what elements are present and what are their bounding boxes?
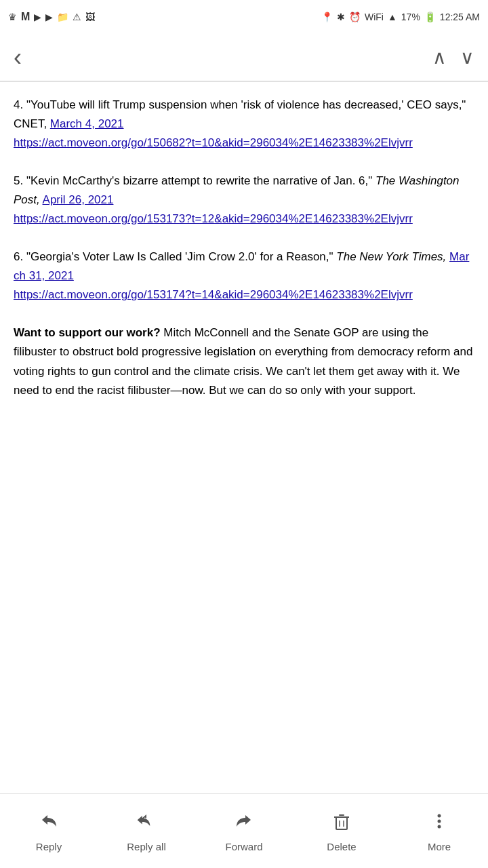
item4-text: 4. "YouTube will lift Trump suspension w…	[14, 96, 474, 153]
time-display: 12:25 AM	[440, 12, 480, 22]
reply-icon	[38, 810, 60, 837]
support-section: Want to support our work? Mitch McConnel…	[14, 323, 474, 399]
delete-label: Delete	[327, 841, 356, 852]
crown-icon: ♛	[8, 12, 17, 22]
status-info: 📍 ✱ ⏰ WiFi ▲ 17% 🔋 12:25 AM	[321, 12, 480, 22]
reply-all-label: Reply all	[127, 841, 166, 852]
wifi-icon: WiFi	[365, 12, 384, 22]
bottom-action-bar: Reply Reply all Forward	[0, 793, 488, 868]
delete-button[interactable]: Delete	[301, 810, 382, 852]
item4-url-link[interactable]: https://act.moveon.org/go/150682?t=10&ak…	[14, 136, 413, 149]
location-icon: 📍	[321, 12, 333, 22]
reply-label: Reply	[36, 841, 62, 852]
nav-arrows: ∧ ∨	[432, 46, 474, 68]
forward-icon	[233, 810, 255, 837]
status-icons: ♛ M ▶ ▶ 📁 ⚠ 🖼	[8, 11, 95, 23]
svg-point-5	[438, 814, 441, 817]
item5-text: 5. "Kevin McCarthy's bizarre attempt to …	[14, 172, 474, 229]
nav-bar: ‹ ∧ ∨	[0, 34, 488, 81]
svg-point-7	[438, 825, 441, 828]
prev-email-button[interactable]: ∧	[432, 46, 447, 68]
battery-text: 17%	[401, 12, 420, 22]
m-icon: M	[21, 11, 30, 23]
image-icon: 🖼	[85, 12, 95, 22]
delete-icon	[331, 810, 352, 837]
more-icon	[428, 810, 450, 837]
item6-url-link[interactable]: https://act.moveon.org/go/153174?t=14&ak…	[14, 288, 413, 301]
youtube2-icon: ▶	[45, 12, 53, 22]
svg-rect-0	[336, 817, 347, 829]
support-bold: Want to support our work?	[14, 326, 161, 339]
item5-url-link[interactable]: https://act.moveon.org/go/153173?t=12&ak…	[14, 212, 413, 225]
alert-icon: ⚠	[73, 12, 81, 22]
item5-date-link[interactable]: April 26, 2021	[43, 193, 114, 206]
battery-icon: 🔋	[424, 12, 436, 22]
item4-date-link[interactable]: March 4, 2021	[50, 117, 124, 130]
next-email-button[interactable]: ∨	[460, 46, 474, 68]
email-body: 4. "YouTube will lift Trump suspension w…	[0, 82, 488, 427]
status-bar: ♛ M ▶ ▶ 📁 ⚠ 🖼 📍 ✱ ⏰ WiFi ▲ 17% 🔋 12:25 A…	[0, 0, 488, 34]
forward-label: Forward	[225, 841, 262, 852]
youtube-icon: ▶	[34, 12, 41, 22]
signal-icon: ▲	[388, 12, 397, 22]
email-item-5: 5. "Kevin McCarthy's bizarre attempt to …	[14, 172, 474, 229]
reply-all-icon	[136, 810, 157, 837]
alarm-icon: ⏰	[349, 12, 361, 22]
bluetooth-icon: ✱	[337, 12, 345, 22]
email-item-4: 4. "YouTube will lift Trump suspension w…	[14, 96, 474, 153]
support-text: Want to support our work? Mitch McConnel…	[14, 323, 474, 399]
more-label: More	[428, 841, 451, 852]
item6-text: 6. "Georgia's Voter Law Is Called 'Jim C…	[14, 248, 474, 304]
back-button[interactable]: ‹	[14, 43, 22, 72]
svg-point-6	[438, 819, 441, 823]
email-item-6: 6. "Georgia's Voter Law Is Called 'Jim C…	[14, 248, 474, 304]
forward-button[interactable]: Forward	[203, 810, 285, 852]
reply-button[interactable]: Reply	[8, 810, 89, 852]
more-button[interactable]: More	[399, 810, 480, 852]
folder-icon: 📁	[57, 12, 68, 22]
reply-all-button[interactable]: Reply all	[106, 810, 187, 852]
